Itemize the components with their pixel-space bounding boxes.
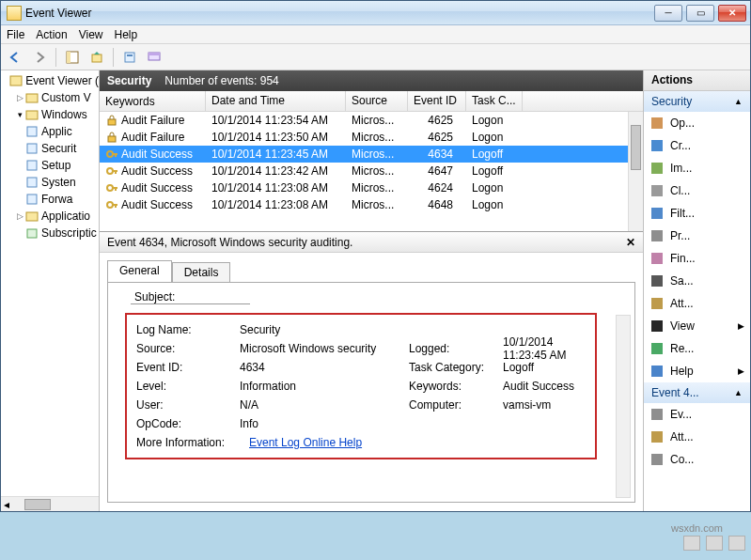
app-icon <box>7 6 22 21</box>
subject-label: Subject: <box>131 290 250 304</box>
svg-rect-25 <box>651 163 663 174</box>
svg-rect-15 <box>26 212 38 221</box>
column-keywords[interactable]: Keywords <box>100 91 206 111</box>
action-item[interactable]: Fin... <box>644 247 750 270</box>
detail-vertical-scrollbar[interactable] <box>616 315 631 498</box>
tree-windows[interactable]: Windows <box>41 108 87 121</box>
key-icon <box>105 198 118 211</box>
table-row[interactable]: Audit Success10/1/2014 11:23:42 AMMicros… <box>100 163 643 179</box>
svg-rect-33 <box>651 343 663 354</box>
svg-rect-34 <box>651 366 663 377</box>
column-datetime[interactable]: Date and Time <box>206 91 346 111</box>
detail-header-text: Event 4634, Microsoft Windows security a… <box>107 236 352 249</box>
svg-rect-13 <box>27 178 37 187</box>
tab-general[interactable]: General <box>107 260 172 283</box>
properties-button[interactable] <box>119 47 140 68</box>
action-item[interactable]: Pr... <box>644 225 750 247</box>
action-item[interactable]: Sa... <box>644 270 750 292</box>
key-icon <box>105 164 118 178</box>
menu-view[interactable]: View <box>79 28 103 41</box>
svg-rect-36 <box>651 431 663 443</box>
svg-rect-29 <box>651 253 663 264</box>
tree-appservices[interactable]: Applicatio <box>41 210 90 223</box>
svg-rect-9 <box>26 111 38 119</box>
menu-file[interactable]: File <box>7 28 24 41</box>
action-item[interactable]: Att... <box>644 292 750 315</box>
export-button[interactable] <box>86 47 107 68</box>
action-item[interactable]: Im... <box>644 157 750 179</box>
action-item[interactable]: Cl... <box>644 179 750 202</box>
key-icon <box>105 181 118 194</box>
action-item[interactable]: View▶ <box>644 315 750 337</box>
detail-header-bar: Event 4634, Microsoft Windows security a… <box>100 232 643 253</box>
tab-details[interactable]: Details <box>172 262 231 283</box>
key-icon <box>105 148 118 161</box>
table-row[interactable]: Audit Failure10/1/2014 11:23:54 AMMicros… <box>100 112 643 129</box>
column-source[interactable]: Source <box>346 91 408 111</box>
table-row[interactable]: Audit Failure10/1/2014 11:23:50 AMMicros… <box>100 129 643 146</box>
tree-setup[interactable]: Setup <box>41 159 70 172</box>
tree-custom[interactable]: Custom V <box>41 91 91 104</box>
log-header: Security Number of events: 954 <box>100 70 643 91</box>
svg-rect-23 <box>651 117 663 129</box>
svg-rect-30 <box>651 275 663 287</box>
actions-group-security[interactable]: Security▲ <box>644 91 750 112</box>
svg-rect-31 <box>651 298 663 309</box>
grid-vertical-scrollbar[interactable] <box>628 112 643 231</box>
svg-rect-10 <box>27 127 37 136</box>
actions-pane: Actions Security▲ Op...Cr...Im...Cl...Fi… <box>644 70 750 511</box>
table-row[interactable]: Audit Success10/1/2014 11:23:08 AMMicros… <box>100 196 643 213</box>
svg-rect-2 <box>92 54 102 62</box>
table-row[interactable]: Audit Success10/1/2014 11:23:08 AMMicros… <box>100 179 643 196</box>
action-item[interactable]: Re... <box>644 337 750 360</box>
column-taskcategory[interactable]: Task C... <box>466 91 523 111</box>
svg-rect-16 <box>27 229 37 238</box>
filter-button[interactable] <box>144 47 164 68</box>
action-item[interactable]: Op... <box>644 112 750 134</box>
forward-button[interactable] <box>29 47 50 68</box>
svg-rect-12 <box>27 161 37 170</box>
svg-rect-14 <box>27 194 37 204</box>
detail-close-button[interactable]: ✕ <box>626 236 635 249</box>
svg-rect-7 <box>10 76 22 86</box>
minimize-button[interactable]: ─ <box>654 5 682 22</box>
actions-group-event[interactable]: Event 4...▲ <box>644 382 750 403</box>
title-bar: Event Viewer ─ ▭ ✕ <box>1 1 750 25</box>
tree-application[interactable]: Applic <box>41 125 72 138</box>
svg-rect-3 <box>125 53 134 62</box>
tree-root[interactable]: Event Viewer ( <box>25 74 99 87</box>
svg-rect-35 <box>651 409 663 420</box>
action-item[interactable]: Help▶ <box>644 360 750 382</box>
column-eventid[interactable]: Event ID <box>408 91 466 111</box>
navigation-tree[interactable]: Event Viewer ( ▷Custom V ▾Windows Applic… <box>1 70 100 511</box>
action-item[interactable]: Att... <box>644 426 750 448</box>
tree-system[interactable]: Systen <box>41 176 76 189</box>
svg-rect-4 <box>127 54 133 56</box>
svg-rect-28 <box>651 230 663 241</box>
window-title: Event Viewer <box>25 7 91 20</box>
menu-help[interactable]: Help <box>115 28 138 41</box>
action-item[interactable]: Filt... <box>644 202 750 225</box>
tree-forwarded[interactable]: Forwa <box>41 193 72 206</box>
svg-rect-18 <box>108 136 116 142</box>
menu-action[interactable]: Action <box>36 28 67 41</box>
action-item[interactable]: Cr... <box>644 134 750 157</box>
back-button[interactable] <box>5 47 25 68</box>
tree-security[interactable]: Securit <box>41 142 76 155</box>
highlighted-properties: Log Name:Security Source:Microsoft Windo… <box>125 313 597 459</box>
svg-rect-27 <box>651 208 663 219</box>
svg-rect-11 <box>27 144 37 153</box>
svg-rect-37 <box>651 454 663 465</box>
svg-rect-8 <box>26 94 38 102</box>
tree-horizontal-scrollbar[interactable]: ◂ <box>1 496 99 511</box>
maximize-button[interactable]: ▭ <box>686 5 714 22</box>
svg-rect-24 <box>651 140 663 151</box>
action-item[interactable]: Ev... <box>644 403 750 426</box>
show-hide-tree-button[interactable] <box>62 47 83 68</box>
online-help-link[interactable]: Event Log Online Help <box>249 436 362 449</box>
action-item[interactable]: Co... <box>644 448 750 471</box>
table-row[interactable]: Audit Success10/1/2014 11:23:45 AMMicros… <box>100 146 643 163</box>
event-grid[interactable]: Keywords Date and Time Source Event ID T… <box>100 91 643 232</box>
tree-subscriptions[interactable]: Subscriptic <box>41 226 97 240</box>
close-button[interactable]: ✕ <box>718 5 746 22</box>
